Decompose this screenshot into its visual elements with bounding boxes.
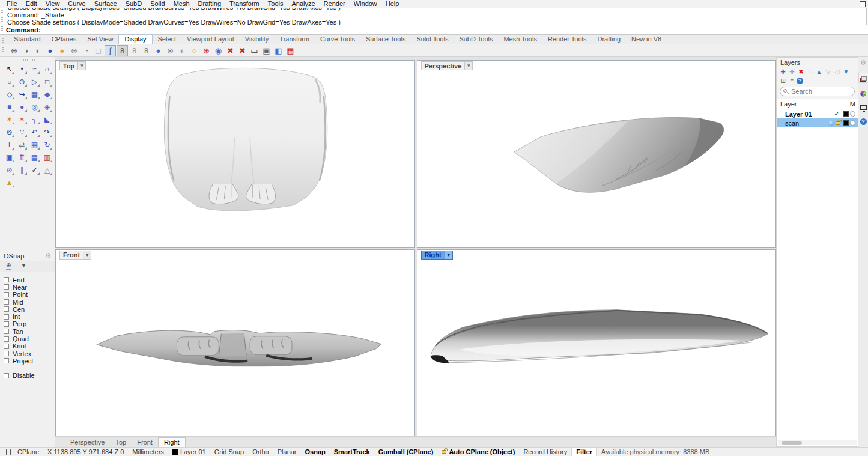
orient-tool-icon[interactable]: ↻	[41, 138, 53, 151]
toolbar-tab[interactable]: Surface Tools	[360, 35, 411, 44]
osnap-option[interactable]: Point	[4, 291, 55, 298]
menu-item[interactable]: Render	[320, 0, 350, 8]
array-rect-icon[interactable]: ▤	[28, 151, 41, 163]
collapse-layers-icon[interactable]: ◁	[833, 67, 842, 76]
toolbar-tab[interactable]: New in V8	[626, 35, 667, 44]
osnap-option[interactable]: Tan	[4, 328, 55, 335]
hood-model-front-view[interactable]	[56, 250, 414, 436]
menu-item[interactable]: Surface	[90, 0, 121, 8]
command-drag-handle[interactable]	[1, 10, 3, 32]
osnap-gear-icon[interactable]: ⚙	[45, 252, 51, 260]
gold-material-display-icon[interactable]: ●	[56, 45, 68, 56]
color-grid-icon[interactable]: ▦	[285, 45, 296, 56]
shaded-display-icon[interactable]: ◑	[20, 45, 32, 56]
layer-material-icon[interactable]	[850, 111, 855, 117]
hood-model-top-view[interactable]	[56, 61, 414, 247]
hood-model-perspective-view[interactable]	[417, 61, 776, 247]
menu-item[interactable]: Transform	[225, 0, 264, 8]
patch-tool-icon[interactable]: ◆	[41, 88, 53, 100]
osnap-option[interactable]: End	[4, 276, 55, 283]
osnap-option[interactable]: Int	[4, 313, 55, 320]
extrude-tool-icon[interactable]: ⇈	[16, 151, 28, 163]
arctic-display-icon[interactable]: ◻	[93, 45, 104, 56]
pipes-pressed-display-icon[interactable]: 8	[117, 45, 128, 56]
viewport-tab[interactable]: Front	[132, 438, 158, 447]
wireframe-display-icon[interactable]: ⊕	[8, 45, 20, 56]
fillet-tool-icon[interactable]: ╮	[28, 113, 41, 126]
penguin-display-icon[interactable]: ∫	[105, 45, 116, 56]
ghosted-display-icon[interactable]: ◔	[80, 45, 92, 56]
menu-item[interactable]: Edit	[22, 0, 41, 8]
viewport-front[interactable]: Front ▼	[55, 249, 415, 437]
layer-material-icon[interactable]	[850, 120, 855, 126]
checkbox[interactable]	[4, 336, 9, 342]
status-left-icon[interactable]	[6, 449, 11, 455]
toolbar-tab[interactable]: Mesh Tools	[498, 35, 542, 44]
box-tool-icon[interactable]: ■	[3, 100, 16, 113]
status-item[interactable]: Auto CPlane (Object)	[437, 448, 519, 456]
toolbar-tab[interactable]: Standard	[8, 35, 46, 44]
menu-item[interactable]: Curve	[64, 0, 90, 8]
align-tool-icon[interactable]: ∥	[16, 163, 28, 176]
move-layer-up-icon[interactable]: ▲	[815, 67, 824, 76]
status-item[interactable]: Record History	[519, 448, 571, 456]
raytraced-display-icon[interactable]: ●	[44, 45, 56, 56]
control-point-curve-icon[interactable]: ≈	[28, 62, 41, 75]
checkbox[interactable]	[4, 306, 9, 312]
layer-color-swatch[interactable]	[843, 111, 849, 117]
matte-sphere-icon[interactable]: ◐	[177, 45, 188, 56]
render-cube-icon[interactable]: ◧	[273, 45, 284, 56]
command-history[interactable]: Choose Shade settings ( DisplayMode=Shad…	[5, 8, 867, 25]
pipes-outline-display-icon[interactable]: 8	[129, 45, 140, 56]
osnap-snaps-tab-icon[interactable]: ⊕	[6, 262, 11, 270]
axes-sphere-icon[interactable]: ⊕	[201, 45, 212, 56]
memory-readout[interactable]: Available physical memory: 8388 MB	[597, 448, 714, 456]
osnap-option[interactable]: Vertex	[4, 350, 55, 357]
move-layer-down-icon[interactable]: ▽	[824, 67, 833, 76]
curve-from-object-icon[interactable]: ↪	[16, 88, 28, 100]
osnap-option[interactable]: Project	[4, 357, 55, 364]
hood-model-right-view[interactable]	[417, 250, 776, 436]
menu-item[interactable]: Tools	[264, 0, 288, 8]
layer-color-swatch[interactable]	[843, 120, 849, 126]
surface-from-points-icon[interactable]: ▦	[28, 88, 41, 100]
menu-item[interactable]: Drafting	[194, 0, 226, 8]
osnap-option[interactable]: Quad	[4, 335, 55, 342]
layer-help-icon[interactable]: ?	[797, 78, 803, 84]
layer-lock-icon[interactable]	[836, 121, 840, 125]
toolbar-tab[interactable]: Render Tools	[542, 35, 592, 44]
box-display-icon[interactable]: ▣	[261, 45, 272, 56]
current-layer-pane[interactable]: Layer 01	[168, 448, 210, 456]
toolbar-tab[interactable]: Drafting	[592, 35, 627, 44]
explode-tool-icon[interactable]: ✶	[16, 113, 28, 126]
sphere-group-icon[interactable]: ⊚	[3, 126, 16, 138]
boolean-union-icon[interactable]: ✶	[3, 113, 16, 126]
units-readout[interactable]: Millimeters	[128, 448, 168, 456]
layer-table-icon[interactable]: ⊞	[778, 76, 788, 85]
checkbox[interactable]	[4, 299, 9, 305]
viewport-front-title[interactable]: Front ▼	[59, 251, 91, 260]
check-tool-icon[interactable]: ✓	[28, 163, 41, 176]
pyramid-tool-icon[interactable]: ▲	[3, 176, 16, 189]
osnap-disable-option[interactable]: Disable	[0, 372, 55, 379]
status-item[interactable]: Gumball (CPlane)	[374, 448, 438, 456]
viewport-right[interactable]: Right ▼	[417, 249, 777, 437]
checkbox[interactable]	[4, 277, 9, 282]
polygon-by-points-icon[interactable]: ▷	[28, 75, 41, 88]
layers-scrollbar[interactable]	[778, 440, 857, 445]
status-item[interactable]: Osnap	[301, 448, 330, 456]
toolbar-tab[interactable]: Display	[118, 34, 152, 44]
monitor-display-icon[interactable]: ▭	[249, 45, 260, 56]
glossy-sphere-icon[interactable]: ○	[189, 45, 200, 56]
osnap-filter-tab-icon[interactable]: ▼	[20, 262, 26, 270]
menu-item[interactable]: Solid	[146, 0, 169, 8]
ellipse-tool-icon[interactable]: ⊙	[16, 75, 28, 88]
scrollbar-thumb[interactable]	[782, 441, 802, 445]
texture-mapping-icon[interactable]: ⊗	[165, 45, 176, 56]
layer-visibility-icon[interactable]	[829, 121, 834, 126]
solid-edit-icon[interactable]: ▣	[3, 151, 16, 163]
osnap-option[interactable]: Mid	[4, 299, 55, 305]
checkbox[interactable]	[4, 351, 9, 356]
menu-item[interactable]: SubD	[121, 0, 147, 8]
layer-filter-icon[interactable]: ▼	[842, 67, 851, 76]
